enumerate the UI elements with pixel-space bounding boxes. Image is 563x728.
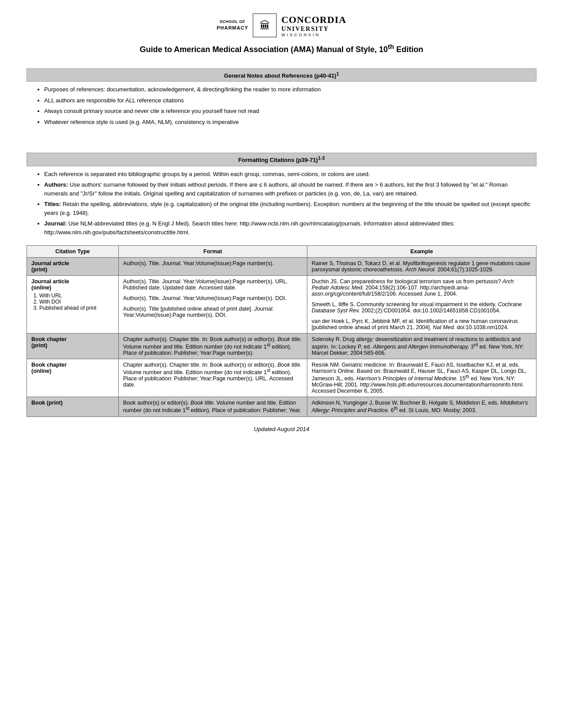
bullet-item: Purposes of references: documentation, a… [44,85,532,94]
citation-example-cell: Duchin JS. Can preparedness for biologic… [307,276,536,334]
citation-format-cell: Author(s). Title. Journal. Year;Volume(I… [118,258,307,276]
citation-type-cell: Journal article(print) [27,258,119,276]
concordia-state: Wisconsin [281,33,346,37]
bullet-item: Titles: Retain the spelling, abbreviatio… [44,200,532,217]
concordia-subtitle: University [281,26,346,33]
table-row: Book chapter(print) Chapter author(s). C… [27,334,537,359]
col-header-type: Citation Type [27,246,119,258]
page-header: School ofPHARMACY 🏛 Concordia University… [26,13,537,54]
citation-example-cell: Adkinson N, Yunginger J, Busse W, Bochne… [307,397,536,417]
citation-type-cell: Journal article(online) With URL With DO… [27,276,119,334]
citation-table: Citation Type Format Example Journal art… [26,245,537,417]
col-header-format: Format [118,246,307,258]
section1-header: General Notes about References (p40-41)1 [26,68,537,82]
citation-example-cell: Solensky R. Drug allergy: desensitizatio… [307,334,536,359]
section1-sup: 1 [336,71,339,76]
citation-example-cell: Rainer S, Thomas D, Tokarz D, et al. Myo… [307,258,536,276]
section2-bullets: Each reference is separated into bibliog… [26,170,537,237]
citation-format-cell: Chapter author(s). Chapter title. In: Bo… [118,334,307,359]
bullet-item: Each reference is separated into bibliog… [44,170,532,179]
bullet-item: Whatever reference style is used (e.g. A… [44,118,532,127]
citation-format-cell: Chapter author(s). Chapter title. In: Bo… [118,359,307,397]
citation-type-cell: Book chapter(print) [27,334,119,359]
title-superscript: th [388,43,394,50]
col-header-example: Example [307,246,536,258]
bullet-item: Journal: Use NLM-abbreviated titles (e.g… [44,219,532,236]
table-row: Book chapter(online) Chapter author(s). … [27,359,537,397]
page-title: Guide to American Medical Association (A… [140,43,423,54]
section-formatting-citations: Formatting Citations (p39-71)1-3 Each re… [26,153,537,236]
concordia-logo: Concordia University Wisconsin [281,14,346,37]
section1-bullets: Purposes of references: documentation, a… [26,85,537,126]
section2-sup: 1-3 [318,155,325,161]
bullet-item: Always consult primary source and never … [44,107,532,116]
citation-type-cell: Book (print) [27,397,119,417]
citation-type-cell: Book chapter(online) [27,359,119,397]
concordia-name: Concordia [281,14,346,26]
citation-example-cell: Resnik NM. Geriatric medicine. In: Braun… [307,359,536,397]
pharmacy-logo: School ofPHARMACY [217,19,249,31]
section-general-notes: General Notes about References (p40-41)1… [26,68,537,126]
logo-area: School ofPHARMACY 🏛 Concordia University… [217,13,347,38]
citation-format-cell: Author(s). Title. Journal. Year;Volume(I… [118,276,307,334]
bullet-item: ALL authors are responsible for ALL refe… [44,96,532,105]
table-row: Journal article(print) Author(s). Title.… [27,258,537,276]
citation-format-cell: Book author(s) or editor(s). Book title.… [118,397,307,417]
table-row: Journal article(online) With URL With DO… [27,276,537,334]
section2-header: Formatting Citations (p39-71)1-3 [26,153,537,166]
logo-emblem: 🏛 [253,13,277,38]
bullet-item: Authors: Use authors' surname followed b… [44,180,532,198]
footer: Updated August 2014 [26,426,537,432]
table-row: Book (print) Book author(s) or editor(s)… [27,397,537,417]
